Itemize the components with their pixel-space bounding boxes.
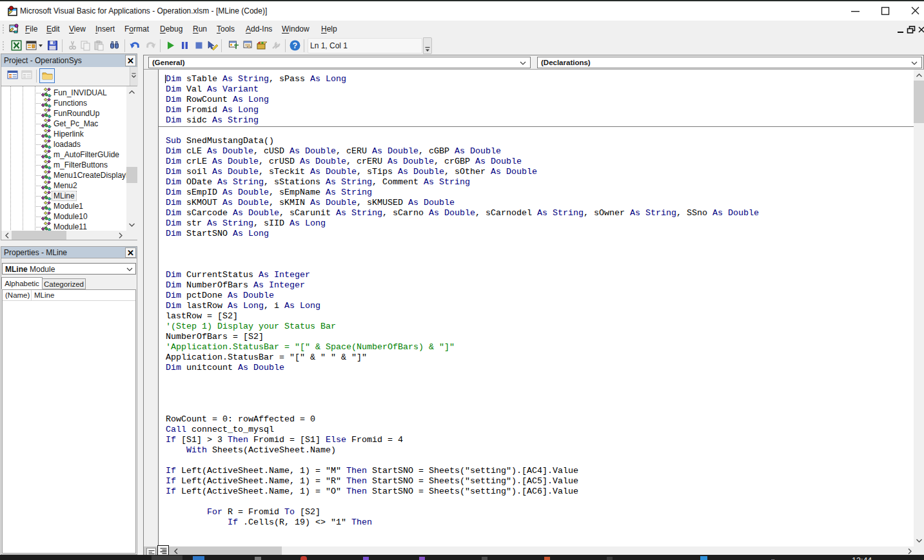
svg-text:?: ? — [293, 41, 297, 50]
